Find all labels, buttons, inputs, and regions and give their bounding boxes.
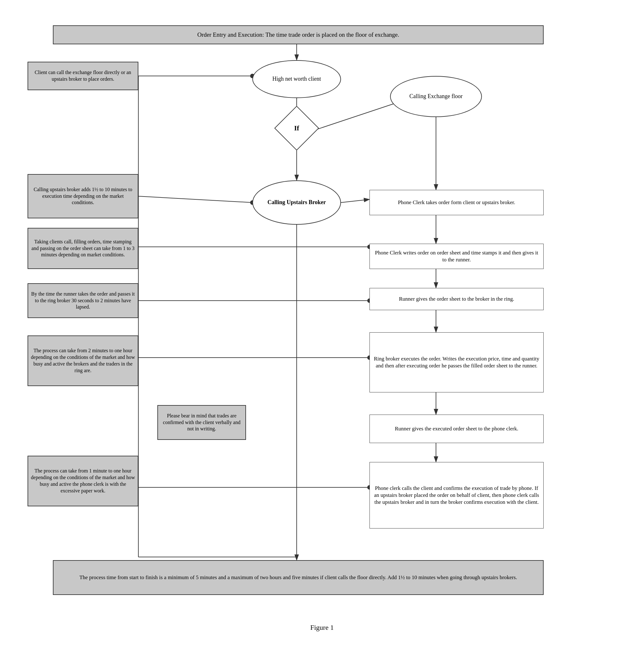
- svg-line-5: [316, 101, 401, 130]
- top-box: Order Entry and Execution: The time trad…: [53, 25, 543, 44]
- runner-1-box: Runner gives the order sheet to the brok…: [370, 288, 543, 310]
- figure-label: Figure 1: [13, 623, 631, 632]
- runner-2-box: Runner gives the executed order sheet to…: [370, 415, 543, 443]
- svg-line-8: [138, 196, 252, 203]
- page: Order Entry and Execution: The time trad…: [0, 0, 644, 663]
- left-box-6: The process can take from 1 minute to on…: [27, 456, 138, 506]
- if-diamond-wrapper: If: [281, 112, 312, 144]
- calling-upstairs-ellipse: Calling Upstairs Broker: [252, 180, 341, 225]
- phone-clerk-2-box: Phone Clerk writes order on order sheet …: [370, 244, 543, 269]
- if-diamond-text: If: [281, 112, 312, 144]
- left-box-1: Client can call the exchange floor direc…: [27, 62, 138, 90]
- left-box-5: The process can take from 2 minutes to o…: [27, 336, 138, 386]
- phone-clerk-1-box: Phone Clerk takes order form client or u…: [370, 190, 543, 215]
- left-box-3: Taking clients call, filling orders, tim…: [27, 228, 138, 269]
- calling-exchange-ellipse: Calling Exchange floor: [390, 76, 482, 117]
- ring-broker-box: Ring broker executes the order. Writes t…: [370, 332, 543, 392]
- left-box-2: Calling upstairs broker adds 1½ to 10 mi…: [27, 174, 138, 219]
- flowchart: Order Entry and Execution: The time trad…: [21, 13, 623, 614]
- verbal-note-box: Please bear in mind that trades are conf…: [157, 405, 246, 440]
- left-box-4: By the time the runner takes the order a…: [27, 283, 138, 318]
- high-net-worth-ellipse: High net worth client: [252, 60, 341, 98]
- bottom-box: The process time from start to finish is…: [53, 560, 543, 595]
- phone-clerk-3-box: Phone clerk calls the client and confirm…: [370, 462, 543, 528]
- svg-line-9: [341, 199, 370, 203]
